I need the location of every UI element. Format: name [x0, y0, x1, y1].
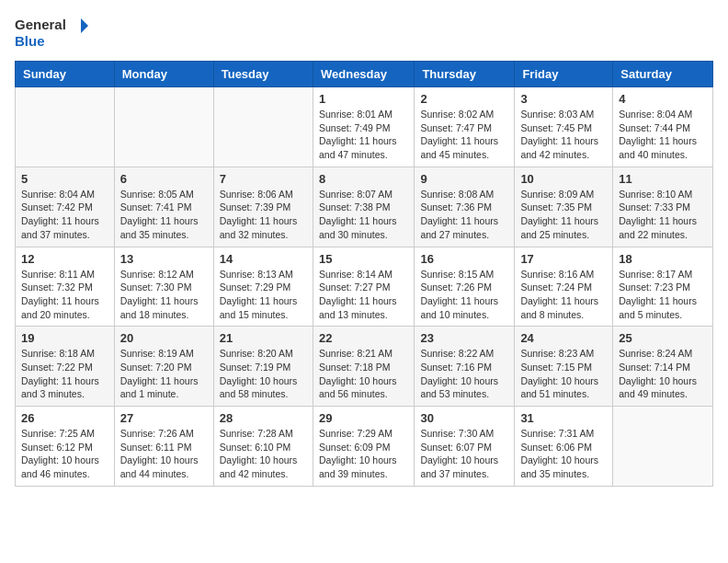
page-header: GeneralBlue: [15, 15, 713, 52]
calendar-week-4: 19Sunrise: 8:18 AM Sunset: 7:22 PM Dayli…: [16, 327, 713, 407]
day-number: 25: [619, 331, 707, 345]
calendar-cell: 30Sunrise: 7:30 AM Sunset: 6:07 PM Dayli…: [415, 407, 515, 487]
calendar-cell: 1Sunrise: 8:01 AM Sunset: 7:49 PM Daylig…: [313, 87, 414, 167]
day-number: 27: [120, 411, 208, 425]
calendar-week-5: 26Sunrise: 7:25 AM Sunset: 6:12 PM Dayli…: [16, 407, 713, 487]
day-number: 18: [619, 252, 707, 266]
calendar-cell: 4Sunrise: 8:04 AM Sunset: 7:44 PM Daylig…: [613, 87, 713, 167]
calendar-cell: 22Sunrise: 8:21 AM Sunset: 7:18 PM Dayli…: [313, 327, 414, 407]
day-number: 22: [319, 331, 408, 345]
day-info: Sunrise: 8:12 AM Sunset: 7:30 PM Dayligh…: [120, 268, 208, 322]
day-info: Sunrise: 7:25 AM Sunset: 6:12 PM Dayligh…: [21, 427, 108, 481]
day-number: 17: [520, 252, 607, 266]
day-number: 31: [520, 411, 607, 425]
svg-marker-1: [81, 18, 88, 33]
calendar-cell: 21Sunrise: 8:20 AM Sunset: 7:19 PM Dayli…: [213, 327, 313, 407]
day-number: 24: [520, 331, 607, 345]
day-info: Sunrise: 8:03 AM Sunset: 7:45 PM Dayligh…: [520, 108, 607, 162]
calendar-cell: 2Sunrise: 8:02 AM Sunset: 7:47 PM Daylig…: [415, 87, 515, 167]
day-info: Sunrise: 8:04 AM Sunset: 7:42 PM Dayligh…: [21, 188, 108, 242]
day-info: Sunrise: 8:20 AM Sunset: 7:19 PM Dayligh…: [220, 347, 307, 401]
day-info: Sunrise: 8:10 AM Sunset: 7:33 PM Dayligh…: [619, 188, 707, 242]
day-number: 15: [319, 252, 408, 266]
day-info: Sunrise: 8:06 AM Sunset: 7:39 PM Dayligh…: [220, 188, 307, 242]
calendar-cell: 8Sunrise: 8:07 AM Sunset: 7:38 PM Daylig…: [313, 167, 414, 247]
day-number: 7: [220, 172, 307, 186]
day-info: Sunrise: 7:26 AM Sunset: 6:11 PM Dayligh…: [120, 427, 208, 481]
calendar-cell: 3Sunrise: 8:03 AM Sunset: 7:45 PM Daylig…: [515, 87, 613, 167]
day-number: 21: [220, 331, 307, 345]
day-number: 30: [420, 411, 508, 425]
day-number: 10: [520, 172, 607, 186]
calendar-cell: 28Sunrise: 7:28 AM Sunset: 6:10 PM Dayli…: [213, 407, 313, 487]
calendar-cell: 24Sunrise: 8:23 AM Sunset: 7:15 PM Dayli…: [515, 327, 613, 407]
calendar-cell: [16, 87, 115, 167]
calendar-body: 1Sunrise: 8:01 AM Sunset: 7:49 PM Daylig…: [16, 87, 713, 487]
day-number: 1: [319, 92, 408, 106]
day-number: 19: [21, 331, 108, 345]
calendar-cell: 7Sunrise: 8:06 AM Sunset: 7:39 PM Daylig…: [213, 167, 313, 247]
day-info: Sunrise: 7:28 AM Sunset: 6:10 PM Dayligh…: [220, 427, 307, 481]
svg-text:Blue: Blue: [15, 33, 45, 49]
day-number: 29: [319, 411, 408, 425]
calendar-cell: 19Sunrise: 8:18 AM Sunset: 7:22 PM Dayli…: [16, 327, 115, 407]
day-number: 2: [420, 92, 508, 106]
calendar-header: SundayMondayTuesdayWednesdayThursdayFrid…: [16, 62, 713, 87]
day-number: 13: [120, 252, 208, 266]
calendar-cell: 5Sunrise: 8:04 AM Sunset: 7:42 PM Daylig…: [16, 167, 115, 247]
day-number: 16: [420, 252, 508, 266]
day-info: Sunrise: 8:11 AM Sunset: 7:32 PM Dayligh…: [21, 268, 108, 322]
day-info: Sunrise: 8:14 AM Sunset: 7:27 PM Dayligh…: [319, 268, 408, 322]
calendar-cell: 25Sunrise: 8:24 AM Sunset: 7:14 PM Dayli…: [613, 327, 713, 407]
day-info: Sunrise: 8:04 AM Sunset: 7:44 PM Dayligh…: [619, 108, 707, 162]
day-info: Sunrise: 8:01 AM Sunset: 7:49 PM Dayligh…: [319, 108, 408, 162]
weekday-header-tuesday: Tuesday: [213, 62, 313, 87]
day-number: 9: [420, 172, 508, 186]
day-info: Sunrise: 8:02 AM Sunset: 7:47 PM Dayligh…: [420, 108, 508, 162]
calendar-cell: 10Sunrise: 8:09 AM Sunset: 7:35 PM Dayli…: [515, 167, 613, 247]
calendar-cell: 18Sunrise: 8:17 AM Sunset: 7:23 PM Dayli…: [613, 247, 713, 327]
calendar-cell: 12Sunrise: 8:11 AM Sunset: 7:32 PM Dayli…: [16, 247, 115, 327]
calendar-cell: 15Sunrise: 8:14 AM Sunset: 7:27 PM Dayli…: [313, 247, 414, 327]
day-info: Sunrise: 8:19 AM Sunset: 7:20 PM Dayligh…: [120, 347, 208, 401]
calendar-cell: 16Sunrise: 8:15 AM Sunset: 7:26 PM Dayli…: [415, 247, 515, 327]
day-info: Sunrise: 8:24 AM Sunset: 7:14 PM Dayligh…: [619, 347, 707, 401]
calendar-cell: [114, 87, 213, 167]
calendar-cell: 29Sunrise: 7:29 AM Sunset: 6:09 PM Dayli…: [313, 407, 414, 487]
day-info: Sunrise: 8:07 AM Sunset: 7:38 PM Dayligh…: [319, 188, 408, 242]
day-number: 12: [21, 252, 108, 266]
day-info: Sunrise: 8:13 AM Sunset: 7:29 PM Dayligh…: [220, 268, 307, 322]
day-info: Sunrise: 8:08 AM Sunset: 7:36 PM Dayligh…: [420, 188, 508, 242]
logo-icon: GeneralBlue: [15, 15, 88, 52]
calendar-cell: 14Sunrise: 8:13 AM Sunset: 7:29 PM Dayli…: [213, 247, 313, 327]
day-info: Sunrise: 8:23 AM Sunset: 7:15 PM Dayligh…: [520, 347, 607, 401]
calendar-cell: 26Sunrise: 7:25 AM Sunset: 6:12 PM Dayli…: [16, 407, 115, 487]
weekday-header-friday: Friday: [515, 62, 613, 87]
calendar-cell: 27Sunrise: 7:26 AM Sunset: 6:11 PM Dayli…: [114, 407, 213, 487]
day-number: 5: [21, 172, 108, 186]
day-info: Sunrise: 8:17 AM Sunset: 7:23 PM Dayligh…: [619, 268, 707, 322]
svg-text:General: General: [15, 17, 66, 32]
calendar-cell: [213, 87, 313, 167]
day-number: 14: [220, 252, 307, 266]
day-number: 6: [120, 172, 208, 186]
day-info: Sunrise: 8:21 AM Sunset: 7:18 PM Dayligh…: [319, 347, 408, 401]
day-number: 20: [120, 331, 208, 345]
calendar-cell: 20Sunrise: 8:19 AM Sunset: 7:20 PM Dayli…: [114, 327, 213, 407]
weekday-header-row: SundayMondayTuesdayWednesdayThursdayFrid…: [16, 62, 713, 87]
calendar-cell: 17Sunrise: 8:16 AM Sunset: 7:24 PM Dayli…: [515, 247, 613, 327]
calendar-cell: 13Sunrise: 8:12 AM Sunset: 7:30 PM Dayli…: [114, 247, 213, 327]
day-number: 28: [220, 411, 307, 425]
day-info: Sunrise: 8:18 AM Sunset: 7:22 PM Dayligh…: [21, 347, 108, 401]
weekday-header-monday: Monday: [114, 62, 213, 87]
calendar-cell: 11Sunrise: 8:10 AM Sunset: 7:33 PM Dayli…: [613, 167, 713, 247]
weekday-header-thursday: Thursday: [415, 62, 515, 87]
day-number: 26: [21, 411, 108, 425]
day-number: 4: [619, 92, 707, 106]
weekday-header-wednesday: Wednesday: [313, 62, 414, 87]
day-number: 8: [319, 172, 408, 186]
day-info: Sunrise: 8:22 AM Sunset: 7:16 PM Dayligh…: [420, 347, 508, 401]
calendar-week-2: 5Sunrise: 8:04 AM Sunset: 7:42 PM Daylig…: [16, 167, 713, 247]
day-info: Sunrise: 7:29 AM Sunset: 6:09 PM Dayligh…: [319, 427, 408, 481]
calendar-table: SundayMondayTuesdayWednesdayThursdayFrid…: [15, 61, 713, 487]
